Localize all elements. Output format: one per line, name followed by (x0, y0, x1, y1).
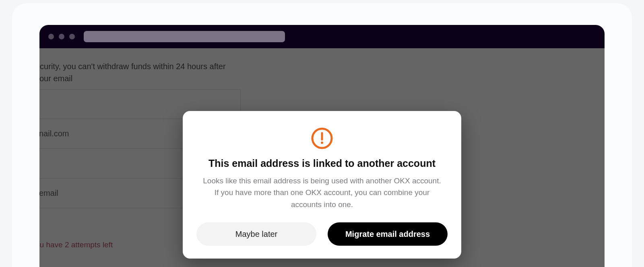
traffic-light-dot (59, 34, 64, 39)
url-bar[interactable] (84, 31, 285, 42)
alert-circle-icon (311, 127, 333, 150)
traffic-lights (48, 34, 75, 39)
modal-body: Looks like this email address is being u… (201, 175, 443, 210)
browser-chrome (39, 25, 605, 48)
browser-window: ecurity, you can't withdraw funds within… (39, 25, 605, 267)
traffic-light-dot (48, 34, 54, 39)
traffic-light-dot (69, 34, 75, 39)
illustration-frame: ecurity, you can't withdraw funds within… (12, 3, 632, 267)
email-linked-modal: This email address is linked to another … (183, 111, 461, 259)
page-area: ecurity, you can't withdraw funds within… (39, 48, 605, 267)
modal-title: This email address is linked to another … (208, 158, 436, 169)
modal-actions: Maybe later Migrate email address (196, 222, 448, 246)
svg-point-2 (321, 142, 323, 144)
maybe-later-button[interactable]: Maybe later (196, 222, 316, 246)
migrate-email-button[interactable]: Migrate email address (328, 222, 448, 246)
